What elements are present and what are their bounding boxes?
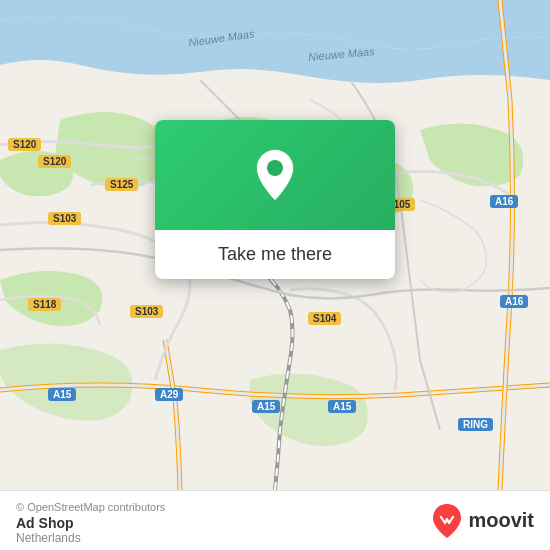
- location-pin-icon: [253, 148, 297, 203]
- moovit-pin-icon: [432, 503, 462, 539]
- road-label-s120-1: S120: [8, 138, 41, 151]
- bottom-left-info: © OpenStreetMap contributors Ad Shop Net…: [16, 497, 165, 545]
- road-label-s120-2: S120: [38, 155, 71, 168]
- take-me-there-button[interactable]: Take me there: [198, 230, 352, 279]
- bottom-bar: © OpenStreetMap contributors Ad Shop Net…: [0, 490, 550, 550]
- card-map-preview: [155, 120, 395, 230]
- location-name: Ad Shop: [16, 515, 165, 531]
- road-label-s125: S125: [105, 178, 138, 191]
- road-label-a15-3: A15: [328, 400, 356, 413]
- road-label-s103-2: S103: [130, 305, 163, 318]
- road-label-s103-1: S103: [48, 212, 81, 225]
- road-label-a29: A29: [155, 388, 183, 401]
- road-label-ring: RING: [458, 418, 493, 431]
- road-label-s118: S118: [28, 298, 61, 311]
- location-card[interactable]: Take me there: [155, 120, 395, 279]
- svg-point-1: [267, 160, 283, 176]
- map-container: Nieuwe Maas Nieuwe Maas S120 S120 S125 S…: [0, 0, 550, 490]
- location-info: Ad Shop Netherlands: [16, 515, 165, 545]
- attribution-text: © OpenStreetMap contributors: [16, 501, 165, 513]
- moovit-brand-text: moovit: [468, 509, 534, 532]
- moovit-logo: moovit: [432, 503, 534, 539]
- road-label-a16-2: A16: [500, 295, 528, 308]
- road-label-a15-2: A15: [252, 400, 280, 413]
- road-label-a16-1: A16: [490, 195, 518, 208]
- road-label-s104: S104: [308, 312, 341, 325]
- road-label-a15-1: A15: [48, 388, 76, 401]
- location-country: Netherlands: [16, 531, 165, 545]
